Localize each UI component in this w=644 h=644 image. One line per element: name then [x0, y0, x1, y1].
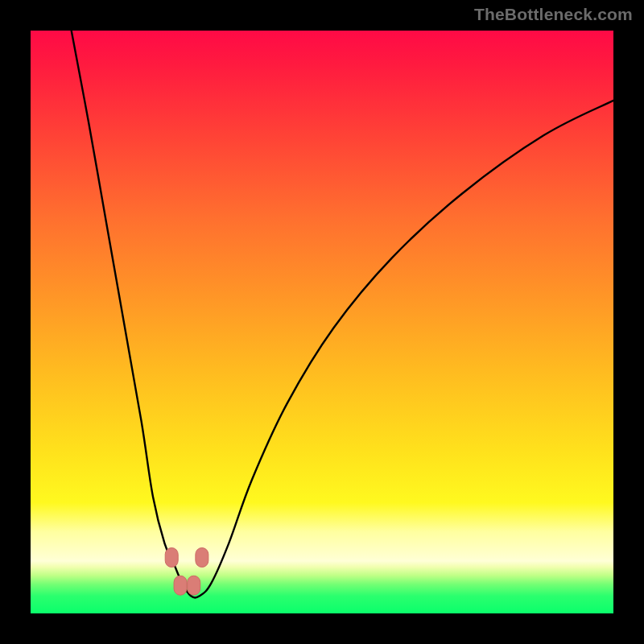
curve-marker-0 — [165, 548, 178, 568]
curve-marker-1 — [196, 548, 208, 568]
bottleneck-curve — [72, 31, 613, 597]
curve-marker-3 — [188, 576, 200, 595]
chart-frame: TheBottleneck.com — [0, 0, 644, 644]
curve-markers — [165, 548, 208, 596]
curve-layer — [31, 31, 613, 613]
plot-area — [31, 31, 613, 613]
curve-marker-2 — [174, 576, 187, 595]
watermark-text: TheBottleneck.com — [474, 5, 633, 24]
